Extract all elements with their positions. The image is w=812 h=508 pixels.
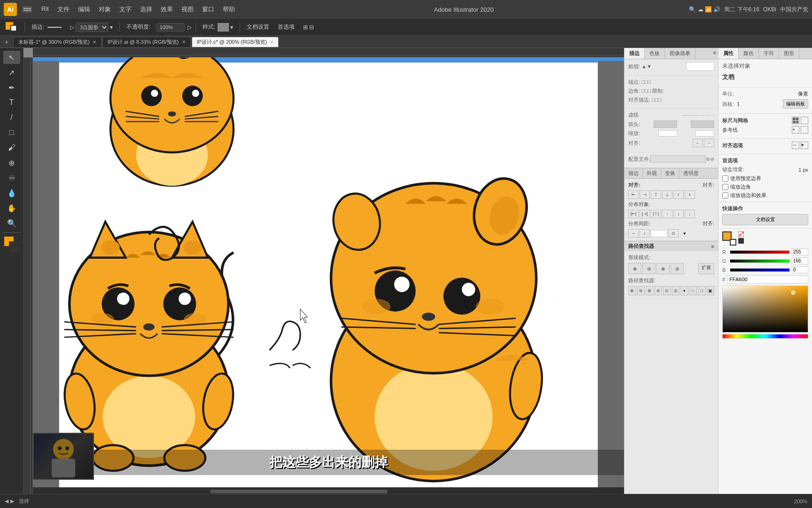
none-icon[interactable] bbox=[738, 231, 744, 237]
eyedropper-tool[interactable]: 💧 bbox=[3, 186, 20, 199]
r-slider-track[interactable] bbox=[730, 250, 790, 254]
profile-select[interactable] bbox=[650, 155, 706, 163]
appearance-tab[interactable]: 外观 bbox=[643, 168, 661, 178]
dist-btn-4[interactable]: ↑ bbox=[662, 210, 672, 218]
pf-btn-5[interactable]: ⊙ bbox=[663, 286, 671, 295]
pf-btn-6[interactable]: ◎ bbox=[672, 286, 680, 295]
next-btn[interactable]: ▶ bbox=[10, 498, 14, 504]
hscroll-thumb[interactable] bbox=[210, 490, 387, 493]
dist-btn-2[interactable]: |⊣| bbox=[640, 210, 650, 218]
dist-btn-5[interactable]: ↕ bbox=[673, 210, 684, 218]
new-tab-btn[interactable]: + bbox=[2, 37, 11, 47]
first-selection-btn[interactable]: 首选项 bbox=[275, 22, 297, 32]
shape-intersect[interactable]: ⊗ bbox=[656, 263, 670, 274]
b-slider-track[interactable] bbox=[730, 268, 790, 272]
menu-edit[interactable]: 编辑 bbox=[74, 3, 94, 16]
prop-tab-shape[interactable]: 图形 bbox=[779, 48, 799, 59]
pf-btn-1[interactable]: ⊕ bbox=[628, 286, 636, 295]
align-to-1[interactable]: ⊙ bbox=[668, 229, 679, 238]
stroke-weight-input[interactable] bbox=[686, 62, 714, 71]
menu-effect[interactable]: 效果 bbox=[157, 3, 177, 16]
scale-start-input[interactable] bbox=[658, 130, 677, 136]
spacing-value[interactable] bbox=[651, 230, 667, 237]
pf-btn-8[interactable]: ○ bbox=[689, 286, 697, 295]
stroke-indicator[interactable] bbox=[9, 241, 20, 253]
hue-bar[interactable] bbox=[722, 334, 808, 339]
prop-tab-properties[interactable]: 属性 bbox=[718, 48, 739, 59]
scale-corners-check[interactable] bbox=[722, 184, 728, 190]
tab-1[interactable]: IP设计.ai @ 8.33% (RGB/预览) ✕ bbox=[102, 37, 191, 47]
quick-doc-settings-btn[interactable]: 文档设置 bbox=[722, 214, 808, 225]
doc-settings-btn[interactable]: 文档设置 bbox=[244, 22, 272, 32]
tab-close-0[interactable]: ✕ bbox=[93, 40, 96, 45]
transparency-tab[interactable]: 透明度 bbox=[679, 168, 703, 178]
r-value-input[interactable] bbox=[792, 248, 808, 255]
tab-close-1[interactable]: ✕ bbox=[182, 40, 186, 45]
align-opt-icon-2[interactable]: ▾ bbox=[801, 142, 808, 149]
preview-bounds-check[interactable] bbox=[722, 175, 728, 182]
menu-window[interactable]: 窗口 bbox=[198, 3, 218, 16]
scale-end-input[interactable] bbox=[695, 130, 714, 136]
dist-btn-6[interactable]: ↓ bbox=[685, 210, 695, 218]
grid-icon-2[interactable] bbox=[801, 117, 808, 124]
stroke-color[interactable] bbox=[10, 25, 17, 32]
menu-file[interactable]: 文件 bbox=[54, 3, 73, 16]
pf-btn-10[interactable]: ▣ bbox=[707, 286, 715, 295]
align-h-center[interactable]: ⊣ bbox=[640, 190, 650, 199]
b-value-input[interactable] bbox=[792, 266, 808, 273]
g-slider-track[interactable] bbox=[730, 259, 790, 263]
spacing-h[interactable]: ↔ bbox=[628, 229, 639, 238]
view-toggle[interactable] bbox=[23, 6, 32, 13]
align-bottom-edge[interactable]: ⊧ bbox=[685, 190, 695, 199]
horizontal-scrollbar[interactable] bbox=[33, 487, 624, 494]
g-value-input[interactable] bbox=[792, 257, 808, 264]
align-left-edge[interactable]: ⊢ bbox=[628, 190, 639, 199]
prop-tab-char[interactable]: 字符 bbox=[759, 48, 779, 59]
shape-unite[interactable]: ⊕ bbox=[628, 263, 641, 274]
rect-tool[interactable]: □ bbox=[3, 126, 20, 139]
menu-help[interactable]: 帮助 bbox=[219, 3, 239, 16]
direct-select-tool[interactable]: ↗ bbox=[3, 66, 20, 79]
transform-tab[interactable]: 变换 bbox=[661, 168, 679, 178]
menu-object[interactable]: 对象 bbox=[95, 3, 115, 16]
prev-btn[interactable]: ◀ bbox=[5, 498, 8, 504]
edit-canvas-btn[interactable]: 编辑画板 bbox=[783, 99, 808, 109]
pathfinder-menu[interactable]: ≡ bbox=[711, 244, 714, 249]
opacity-input[interactable] bbox=[156, 23, 185, 32]
align-tab[interactable]: 描边 bbox=[625, 168, 643, 178]
pf-btn-3[interactable]: ⊗ bbox=[646, 286, 654, 295]
tab-2[interactable]: IP设计.c* @ 200% (RGB/预览) ✕ bbox=[192, 37, 279, 47]
align-top-edge[interactable]: ⊥ bbox=[662, 190, 672, 199]
tab-0[interactable]: 未标题-1* @ 300% (RGB/预览) ✕ bbox=[13, 37, 102, 47]
color-stroke-box[interactable] bbox=[730, 239, 736, 246]
pf-btn-9[interactable]: □ bbox=[698, 286, 706, 295]
shape-minus[interactable]: ⊖ bbox=[642, 263, 656, 274]
trace-tab[interactable]: 图像描摹 bbox=[665, 48, 695, 59]
line-tool[interactable]: / bbox=[3, 111, 20, 124]
align-btn-2[interactable]: → bbox=[704, 139, 714, 147]
menu-select[interactable]: 选择 bbox=[136, 3, 156, 16]
stroke-type-select[interactable]: ▷ 3点圆形 ▾ bbox=[67, 22, 116, 33]
align-dropdown[interactable]: ▾ bbox=[679, 229, 690, 238]
menu-rit[interactable]: Rit bbox=[38, 3, 53, 16]
menu-view[interactable]: 视图 bbox=[178, 3, 197, 16]
stroke-tab[interactable]: 描边 bbox=[625, 48, 645, 59]
expand-btn[interactable]: 扩展 bbox=[698, 263, 714, 274]
select-tool[interactable]: ↖ bbox=[3, 51, 20, 64]
guide-icon-2[interactable] bbox=[801, 126, 808, 134]
black-icon[interactable] bbox=[738, 238, 744, 244]
align-btn-1[interactable]: ← bbox=[693, 139, 703, 147]
canvas-area[interactable]: 把这些多出来的删掉 bbox=[23, 48, 624, 494]
align-right-edge[interactable]: ⊤ bbox=[651, 190, 661, 199]
color-gradient-picker[interactable] bbox=[722, 286, 808, 333]
canvas-content[interactable]: 把这些多出来的删掉 bbox=[33, 57, 624, 494]
prop-tab-color[interactable]: 颜色 bbox=[739, 48, 759, 59]
arrow-end[interactable] bbox=[691, 120, 714, 128]
hex-input[interactable] bbox=[727, 275, 808, 284]
shape-exclude[interactable]: ⊘ bbox=[671, 263, 684, 274]
tab-close-2[interactable]: ✕ bbox=[270, 40, 273, 45]
panel-collapse[interactable]: ≡ bbox=[711, 48, 718, 59]
align-opt-icon-1[interactable]: ↔ bbox=[792, 142, 799, 149]
blend-tool[interactable]: ♾ bbox=[3, 171, 20, 184]
pf-btn-7[interactable]: ● bbox=[680, 286, 688, 295]
